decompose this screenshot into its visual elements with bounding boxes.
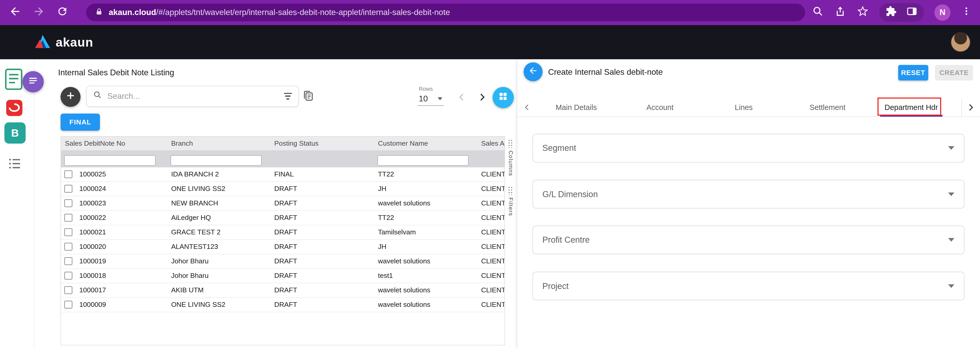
applet-document-icon[interactable] <box>3 68 24 93</box>
project-select-label: Project <box>542 281 568 291</box>
chevron-down-icon <box>438 97 442 100</box>
table-filter-row <box>61 150 504 167</box>
filters-side-tab[interactable]: Filters <box>508 186 514 216</box>
search-input[interactable] <box>107 92 279 101</box>
pdf-report-icon[interactable] <box>5 98 24 119</box>
duplicate-listing-icon[interactable] <box>302 89 314 104</box>
tab-account[interactable]: Account <box>618 98 702 116</box>
extensions-group <box>879 3 924 22</box>
filter-input-branch[interactable] <box>170 155 262 166</box>
row-checkbox[interactable] <box>64 257 72 265</box>
menu-dots-icon[interactable] <box>961 6 972 19</box>
page: akaun.cloud/#/applets/tnt/wavelet/erp/in… <box>0 0 980 349</box>
row-checkbox[interactable] <box>64 170 72 178</box>
previous-page-button[interactable] <box>457 92 467 105</box>
cell-branch: ALANTEST123 <box>167 240 270 254</box>
share-icon[interactable] <box>834 5 846 20</box>
table-row[interactable]: 1000017 AKIB UTM DRAFT wavelet solutions… <box>61 283 504 298</box>
table-row[interactable]: 1000023 NEW BRANCH DRAFT wavelet solutio… <box>61 197 504 211</box>
cell-debitnote-no: 1000023 <box>79 197 106 210</box>
extensions-puzzle-icon[interactable] <box>886 6 897 19</box>
akaun-logo[interactable]: akaun <box>34 33 94 51</box>
columns-side-tab[interactable]: Columns <box>508 139 514 176</box>
back-button[interactable] <box>523 62 542 81</box>
browser-profile-avatar[interactable]: N <box>934 5 951 21</box>
bigledger-b-icon[interactable]: B <box>5 122 25 144</box>
column-header-sales-agent: Sales Agent <box>477 136 504 150</box>
rows-per-page-select[interactable]: Rows 10 <box>417 86 447 106</box>
table-row[interactable]: 1000025 IDA BRANCH 2 FINAL TT22 CLIENT_V… <box>61 167 504 182</box>
filter-input-customer-name[interactable] <box>377 155 469 166</box>
cell-debitnote-no: 1000017 <box>79 283 106 297</box>
cell-branch: IDA BRANCH 2 <box>167 167 270 181</box>
table-row[interactable]: 1000018 Johor Bharu DRAFT test1 CLIENT_V… <box>61 269 504 283</box>
project-select[interactable]: Project <box>533 272 964 300</box>
cell-posting-status: DRAFT <box>270 182 374 196</box>
akaun-logo-icon <box>34 33 51 51</box>
row-checkbox[interactable] <box>64 185 72 193</box>
cell-branch: ONE LIVING SS2 <box>167 182 270 196</box>
add-record-button[interactable] <box>60 87 81 107</box>
row-checkbox[interactable] <box>64 301 72 309</box>
view-grid-button[interactable] <box>493 87 514 108</box>
filter-funnel-icon[interactable] <box>284 93 292 100</box>
row-checkbox[interactable] <box>64 286 72 294</box>
gl-dimension-select[interactable]: G/L Dimension <box>533 180 964 208</box>
column-header-branch: Branch <box>167 136 270 150</box>
cell-sales-agent: CLIENT_VA <box>477 254 504 268</box>
bookmark-star-icon[interactable] <box>857 5 869 20</box>
tabs-scroll-left-button[interactable] <box>523 98 531 116</box>
url-path: /#/applets/tnt/wavelet/erp/internal-sale… <box>156 8 450 17</box>
tabs-scroll-right-button[interactable] <box>961 98 980 116</box>
cell-customer-name: test1 <box>374 269 477 283</box>
row-checkbox[interactable] <box>64 214 72 222</box>
tab-department-hdr[interactable]: Department Hdr <box>869 98 953 116</box>
cell-debitnote-no: 1000025 <box>79 167 106 181</box>
cell-posting-status: DRAFT <box>270 240 374 254</box>
tab-lines[interactable]: Lines <box>702 98 786 116</box>
browser-reload-button[interactable] <box>54 4 72 21</box>
browser-back-button[interactable] <box>6 4 24 21</box>
row-checkbox[interactable] <box>64 272 72 280</box>
search-icon[interactable] <box>812 5 824 20</box>
table-row[interactable]: 1000019 Johor Bharu DRAFT wavelet soluti… <box>61 254 504 269</box>
table-row[interactable]: 1000024 ONE LIVING SS2 DRAFT JH CLIENT_V… <box>61 182 504 197</box>
applet-menu-toggle-button[interactable] <box>22 71 44 92</box>
list-menu-icon[interactable] <box>8 157 22 173</box>
segment-select[interactable]: Segment <box>533 134 964 162</box>
cell-sales-agent: CLIENT_VA <box>477 298 504 312</box>
row-checkbox[interactable] <box>64 199 72 207</box>
table-row[interactable]: 1000021 GRACE TEST 2 DRAFT Tamilselvam C… <box>61 225 504 240</box>
side-panel-icon[interactable] <box>906 6 917 19</box>
create-button[interactable]: CREATE <box>935 65 973 81</box>
tab-settlement[interactable]: Settlement <box>786 98 869 116</box>
cell-sales-agent: CLIENT_VA <box>477 182 504 196</box>
segment-select-label: Segment <box>542 143 576 153</box>
cell-branch: ONE LIVING SS2 <box>167 298 270 312</box>
cell-customer-name: wavelet solutions <box>374 254 477 268</box>
column-header-customer-name: Customer Name <box>374 136 477 150</box>
user-avatar[interactable] <box>951 33 970 51</box>
lock-icon <box>95 7 103 18</box>
table-row[interactable]: 1000009 ONE LIVING SS2 DRAFT wavelet sol… <box>61 298 504 312</box>
browser-forward-button[interactable] <box>30 4 48 21</box>
row-checkbox[interactable] <box>64 228 72 236</box>
status-filter-chip[interactable]: FINAL <box>60 114 100 130</box>
browser-toolbar-right: N <box>812 3 972 22</box>
tab-main-details[interactable]: Main Details <box>534 98 618 116</box>
reset-button[interactable]: RESET <box>898 65 928 81</box>
cell-customer-name: Tamilselvam <box>374 225 477 239</box>
back-arrow-icon <box>9 5 21 20</box>
cell-customer-name: wavelet solutions <box>374 197 477 210</box>
cell-customer-name: wavelet solutions <box>374 298 477 312</box>
address-bar[interactable]: akaun.cloud/#/applets/tnt/wavelet/erp/in… <box>86 4 805 21</box>
table-side-tabs: Columns Filters <box>505 139 516 216</box>
table-row[interactable]: 1000020 ALANTEST123 DRAFT JH CLIENT_VA <box>61 240 504 254</box>
profit-centre-select-label: Profit Centre <box>542 235 590 245</box>
table-row[interactable]: 1000022 AiLedger HQ DRAFT TT22 CLIENT_VA <box>61 211 504 225</box>
filter-input-debitnote-no[interactable] <box>64 155 156 166</box>
profit-centre-select[interactable]: Profit Centre <box>533 225 964 254</box>
next-page-button[interactable] <box>477 92 487 105</box>
row-checkbox[interactable] <box>64 243 72 251</box>
gl-dimension-select-label: G/L Dimension <box>542 189 598 199</box>
